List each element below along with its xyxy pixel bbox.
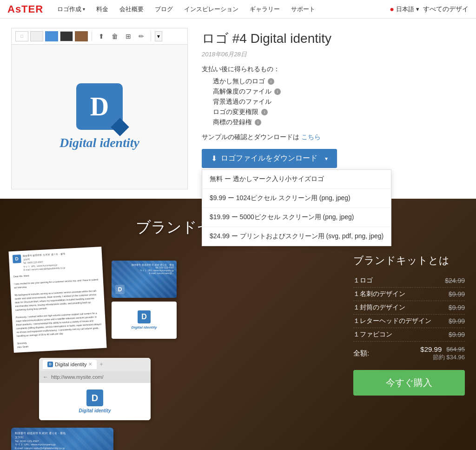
- mockup-row-bottom: 郵便番号 都道府県 市,町村 通り名・番地 文字列 Tel: 0000-123-…: [11, 428, 344, 450]
- browser-content: D Digital identity: [39, 383, 151, 420]
- logo-date: 2018年06月28日: [202, 50, 465, 59]
- business-card-white: D Digital identity: [112, 302, 177, 339]
- info-icon[interactable]: i: [268, 78, 274, 85]
- list-item: ロゴの変更権限 i: [213, 108, 465, 116]
- info-icon[interactable]: i: [261, 109, 268, 115]
- letter-header: D 郵便番号 都道府県 市,町村 通り名・番地 文字列 Tel: 0000-12…: [13, 250, 99, 272]
- letter-logo: D: [13, 255, 21, 263]
- caret-icon: ▾: [325, 155, 328, 162]
- nav-right: ● 日本語 ▾ すべてのデザイ: [390, 5, 469, 13]
- bk-row-letterhead: １レターヘッドのデザイン $9.99: [353, 315, 465, 328]
- nav-item-logo-create[interactable]: ロゴ作成 ▾: [53, 0, 90, 19]
- nav-item-about[interactable]: 会社概要: [115, 0, 148, 19]
- brand-kit-panel: ブランドキットとは １ロゴ $24.99 １名刺のデザイン $9.99 １封筒の…: [353, 249, 465, 396]
- nav-item-gallery[interactable]: ギャラリー: [245, 0, 284, 19]
- bg-white-btn[interactable]: □: [15, 31, 28, 41]
- chevron-down-icon: ▾: [83, 7, 85, 12]
- brand-mockups: D 郵便番号 都道府県 市,町村 通り名・番地 文字列 Tel: 0000-12…: [11, 249, 344, 450]
- logo-panel: □ ⬆ 🗑 ⊞ ✏ ▾ D Digital identity: [11, 28, 188, 189]
- letter-mockup: D 郵便番号 都道府県 市,町村 通り名・番地 文字列 Tel: 0000-12…: [8, 247, 106, 353]
- sample-link-text: サンプルの確認とダウンロードは こちら: [202, 133, 465, 141]
- brand-kit-title: ブランドキットとは: [353, 254, 465, 268]
- logo-toolbar: □ ⬆ 🗑 ⊞ ✏ ▾: [12, 28, 187, 45]
- download-icon: ⬇: [211, 154, 217, 163]
- benefits-list: 透かし無しのロゴ i 高解像度のファイル i 背景透過のファイル ロゴの変更権限…: [202, 77, 465, 127]
- logo-icon-box: D: [76, 83, 123, 130]
- list-item: 透かし無しのロゴ i: [213, 77, 465, 86]
- nav-item-inspiration[interactable]: インスピレーション: [179, 0, 243, 19]
- more-options-btn[interactable]: ▾: [155, 31, 162, 41]
- bg-blue-btn[interactable]: [45, 31, 58, 41]
- share-icon[interactable]: ⬆: [96, 31, 107, 41]
- info-icon[interactable]: i: [255, 119, 261, 126]
- copy-icon[interactable]: ⊞: [123, 31, 134, 41]
- nav-item-support[interactable]: サポート: [286, 0, 320, 19]
- browser-new-tab-icon[interactable]: +: [99, 361, 103, 368]
- main-content: □ ⬆ 🗑 ⊞ ✏ ▾ D Digital identity ロゴ #: [0, 19, 476, 199]
- benefits-label: 支払い後に得られるもの：: [202, 65, 465, 74]
- browser-mockup: D Digital identity ✕ + ← http://www.mysi…: [39, 358, 151, 420]
- mockup-row-top: D 郵便番号 都道府県 市,町村 通り名・番地 文字列 Tel: 0000-12…: [11, 249, 344, 350]
- bk-row-logo: １ロゴ $24.99: [353, 274, 465, 288]
- bk-row-card: １名刺のデザイン $9.99: [353, 288, 465, 301]
- dropdown-item-1024[interactable]: $9.99 ー 1024ピクセル スクリーン用 (png, jpeg): [202, 189, 391, 208]
- all-designs-link[interactable]: すべてのデザイ: [423, 5, 469, 13]
- sample-download-link[interactable]: こちら: [301, 133, 321, 141]
- bg-brown-btn[interactable]: [75, 31, 88, 41]
- browser-url-bar[interactable]: ← http://www.mysite.com/: [39, 371, 151, 383]
- biz-card-logo: D: [115, 285, 125, 294]
- bk-row-envelope: １封筒のデザイン $9.99: [353, 301, 465, 315]
- buy-now-button[interactable]: 今すぐ購入: [353, 370, 465, 396]
- brand-main-layout: D 郵便番号 都道府県 市,町村 通り名・番地 文字列 Tel: 0000-12…: [11, 249, 465, 450]
- info-panel: ロゴ #4 Digital identity 2018年06月28日 支払い後に…: [202, 28, 465, 189]
- business-cards-group: 郵便番号 都道府県 市,町村 通り名・番地 Tel: 000-123-4567 …: [112, 261, 177, 339]
- business-card-1: 郵便番号 都道府県 市,町村 通り名・番地 Tel: 000-123-4567 …: [112, 261, 177, 298]
- navigation: AsTER ロゴ作成 ▾ 料金 会社概要 ブログ インスピレーション ギャラリー…: [0, 0, 476, 19]
- dropdown-item-print[interactable]: $24.99 ー プリントおよびスクリーン用 (svg, pdf, png, j…: [202, 227, 391, 246]
- logo-letter: D: [90, 92, 109, 121]
- download-btn-wrap: ⬇ ロゴファイルをダウンロード ▾ 無料 ー 透かしマーク入り小サイズロゴ $9…: [202, 149, 465, 168]
- dropdown-item-5000[interactable]: $19.99 ー 5000ピクセル スクリーン用 (png, jpeg): [202, 208, 391, 227]
- mockup-row-browser: D Digital identity ✕ + ← http://www.mysi…: [39, 358, 344, 420]
- bk-row-favicon: １ファビコン $9.99: [353, 328, 465, 342]
- language-selector[interactable]: ● 日本語 ▾: [390, 5, 419, 13]
- info-icon[interactable]: i: [274, 88, 281, 95]
- browser-bar: D Digital identity ✕ +: [39, 358, 151, 371]
- logo-preview-inner: D Digital identity: [60, 83, 139, 150]
- delete-icon[interactable]: 🗑: [109, 31, 121, 41]
- flag-icon: ●: [390, 5, 394, 13]
- logo-preview-area: D Digital identity: [12, 45, 187, 189]
- bk-total-row: 全額: $29.99 $64.95 節約 $34.96: [353, 342, 465, 363]
- toolbar-separator: [92, 31, 92, 41]
- download-button[interactable]: ⬇ ロゴファイルをダウンロード ▾: [202, 149, 337, 168]
- bottom-business-card: 郵便番号 都道府県 市,町村 通り名・番地 文字列 Tel: 0000-123-…: [11, 428, 113, 450]
- edit-icon[interactable]: ✏: [136, 31, 147, 41]
- dropdown-item-free[interactable]: 無料 ー 透かしマーク入り小サイズロゴ: [202, 170, 391, 189]
- browser-close-icon[interactable]: ✕: [88, 362, 92, 367]
- toolbar-separator-2: [151, 31, 151, 41]
- bg-dark-btn[interactable]: [60, 31, 73, 41]
- browser-tab: D Digital identity ✕: [43, 360, 97, 369]
- logo-diamond-accent: [111, 118, 129, 136]
- brand-logo[interactable]: AsTER: [7, 3, 43, 15]
- lang-arrow-icon: ▾: [416, 6, 419, 13]
- nav-menu: ロゴ作成 ▾ 料金 会社概要 ブログ インスピレーション ギャラリー サポート: [53, 0, 390, 19]
- download-dropdown: 無料 ー 透かしマーク入り小サイズロゴ $9.99 ー 1024ピクセル スクリ…: [202, 169, 391, 246]
- bg-light-btn[interactable]: [30, 31, 43, 41]
- nav-item-blog[interactable]: ブログ: [150, 0, 178, 19]
- list-item: 商標の登録権 i: [213, 118, 465, 127]
- back-icon[interactable]: ←: [43, 374, 48, 380]
- logo-title: ロゴ #4 Digital identity: [202, 30, 465, 47]
- logo-company-name: Digital identity: [60, 135, 139, 150]
- list-item: 背景透過のファイル: [213, 98, 465, 106]
- list-item: 高解像度のファイル i: [213, 87, 465, 96]
- nav-item-pricing[interactable]: 料金: [92, 0, 113, 19]
